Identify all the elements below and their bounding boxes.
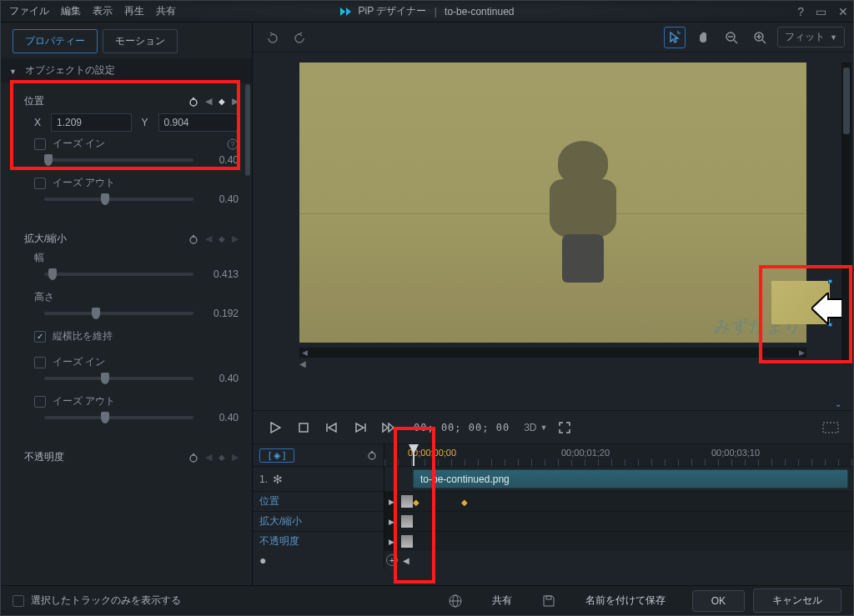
rewind-icon[interactable]: ◀	[403, 556, 409, 565]
3d-toggle[interactable]: 3D▼	[524, 422, 547, 433]
timeline-prop-position[interactable]: 位置	[259, 494, 279, 508]
tab-motion[interactable]: モーション	[103, 29, 178, 53]
hand-tool-button[interactable]	[692, 27, 714, 48]
timeline-prop-opacity[interactable]: 不透明度	[259, 534, 299, 548]
next-keyframe-icon[interactable]: ▶	[232, 452, 239, 463]
timeline-panel: [ ◈ ] 00;00;00;00 00;00;01;20 00;00;03;1…	[253, 443, 853, 585]
menu-share[interactable]: 共有	[156, 4, 176, 18]
position-y-input[interactable]: 0.904	[158, 113, 239, 132]
keyframe-mode-button[interactable]: [ ◈ ]	[259, 448, 294, 463]
scroll-left-icon[interactable]: ◀	[299, 348, 309, 358]
safe-zone-button[interactable]	[820, 417, 841, 438]
collapse-panel-icon[interactable]: ⌄	[835, 399, 841, 408]
width-slider[interactable]	[44, 273, 193, 276]
prev-frame-button[interactable]	[321, 417, 343, 438]
prev-keyframe-icon[interactable]: ◀	[205, 96, 212, 107]
redo-button[interactable]	[289, 27, 311, 48]
track-snowflake-icon[interactable]: ✻	[273, 473, 283, 486]
ease-in-checkbox[interactable]	[34, 138, 46, 150]
menu-play[interactable]: 再生	[124, 4, 144, 18]
scale-ease-in-checkbox[interactable]	[34, 357, 46, 368]
title-bar: ファイル 編集 表示 再生 共有 PiP デザイナー | to-be-conti…	[1, 1, 853, 23]
timeline-clip[interactable]: to-be-continued.png	[413, 469, 848, 488]
app-logo-icon	[340, 6, 354, 18]
menu-view[interactable]: 表示	[93, 4, 113, 18]
menu-edit[interactable]: 編集	[61, 4, 81, 18]
y-axis-label: Y	[140, 117, 150, 128]
stop-button[interactable]	[293, 417, 314, 438]
play-button[interactable]	[264, 417, 286, 438]
scrub-left-icon[interactable]: ◀	[299, 359, 306, 368]
menu-file[interactable]: ファイル	[9, 4, 49, 18]
next-keyframe-icon[interactable]: ▶	[232, 96, 239, 107]
scale-ease-in-slider[interactable]	[44, 377, 193, 380]
add-keyframe-button[interactable]: +	[386, 554, 398, 566]
zoom-in-button[interactable]	[749, 27, 771, 48]
preview-canvas[interactable]: みずたまり	[299, 63, 806, 343]
fast-forward-button[interactable]	[378, 417, 399, 438]
expand-toggle-icon[interactable]: ▶	[384, 532, 398, 551]
add-keyframe-icon[interactable]: ◆	[219, 453, 225, 462]
section-object-settings-label: オブジェクトの設定	[25, 63, 115, 78]
svg-text:?: ?	[230, 140, 234, 148]
help-icon[interactable]: ?	[797, 5, 804, 18]
add-keyframe-icon[interactable]: ◆	[219, 97, 225, 106]
ok-button[interactable]: OK	[692, 590, 745, 612]
cancel-button[interactable]: キャンセル	[753, 588, 841, 613]
next-keyframe-icon[interactable]: ▶	[232, 233, 239, 244]
ease-out-checkbox[interactable]	[34, 178, 46, 189]
undo-button[interactable]	[261, 27, 283, 48]
stopwatch-icon[interactable]	[188, 97, 198, 107]
next-frame-button[interactable]	[349, 417, 371, 438]
svg-point-6	[190, 237, 197, 243]
prev-keyframe-icon[interactable]: ◀	[205, 452, 212, 463]
zoom-fit-dropdown[interactable]: フィット ▼	[777, 27, 845, 48]
timeline-prop-scale[interactable]: 拡大/縮小	[259, 514, 302, 528]
timeline-ruler[interactable]: 00;00;00;00 00;00;01;20 00;00;03;10	[384, 444, 853, 466]
fullscreen-button[interactable]	[554, 417, 575, 438]
canvas-vertical-scrollbar[interactable]	[841, 63, 851, 364]
prev-keyframe-icon[interactable]: ◀	[205, 233, 212, 244]
stopwatch-icon[interactable]	[188, 234, 198, 244]
save-as-button[interactable]: 名前を付けて保存	[567, 589, 684, 612]
track-lane-1[interactable]: to-be-continued.png	[384, 467, 853, 491]
timecode-display[interactable]: 00; 00; 00; 00	[406, 418, 517, 437]
lane-scale[interactable]: ▶	[384, 512, 853, 531]
track-index: 1.	[259, 473, 268, 485]
scale-ease-out-slider[interactable]	[44, 416, 193, 419]
zoom-out-button[interactable]	[721, 27, 742, 48]
title-separator: |	[431, 6, 440, 18]
section-object-settings[interactable]: オブジェクトの設定	[1, 58, 252, 83]
show-selected-only-checkbox[interactable]	[13, 595, 24, 607]
svg-point-28	[369, 453, 375, 459]
save-icon[interactable]	[539, 591, 559, 611]
globe-icon[interactable]	[445, 591, 465, 611]
svg-marker-21	[329, 423, 336, 432]
pointer-tool-button[interactable]	[664, 27, 686, 48]
share-button[interactable]: 共有	[474, 589, 530, 612]
close-icon[interactable]: ✕	[838, 5, 848, 18]
ease-help-icon[interactable]: ?	[227, 138, 239, 150]
canvas-horizontal-scrollbar[interactable]: ◀ ▶	[299, 348, 806, 358]
scale-ease-out-checkbox[interactable]	[34, 396, 46, 408]
expand-toggle-icon[interactable]: ▶	[384, 512, 398, 531]
expand-toggle-icon[interactable]: ▶	[384, 492, 398, 511]
lane-position[interactable]: ▶ ◆ ◆	[384, 492, 853, 511]
playhead[interactable]	[413, 444, 414, 466]
keep-aspect-checkbox[interactable]	[34, 331, 46, 343]
ease-in-slider[interactable]	[44, 158, 193, 162]
pip-object-overflow[interactable]	[766, 264, 853, 364]
stopwatch-icon[interactable]	[367, 450, 377, 460]
tab-properties[interactable]: プロパティー	[13, 29, 98, 53]
ease-out-slider[interactable]	[44, 198, 193, 201]
viewer-toolbar: フィット ▼	[253, 23, 853, 53]
track-visibility-dot-icon[interactable]: ●	[259, 553, 266, 567]
maximize-icon[interactable]: ▭	[816, 5, 826, 18]
position-x-input[interactable]: 1.209	[51, 113, 132, 132]
height-slider[interactable]	[44, 312, 193, 315]
add-keyframe-icon[interactable]: ◆	[219, 234, 225, 243]
properties-scrollbar[interactable]	[244, 83, 252, 585]
lane-opacity[interactable]: ▶	[384, 532, 853, 551]
svg-marker-25	[383, 423, 388, 432]
stopwatch-icon[interactable]	[188, 453, 198, 463]
